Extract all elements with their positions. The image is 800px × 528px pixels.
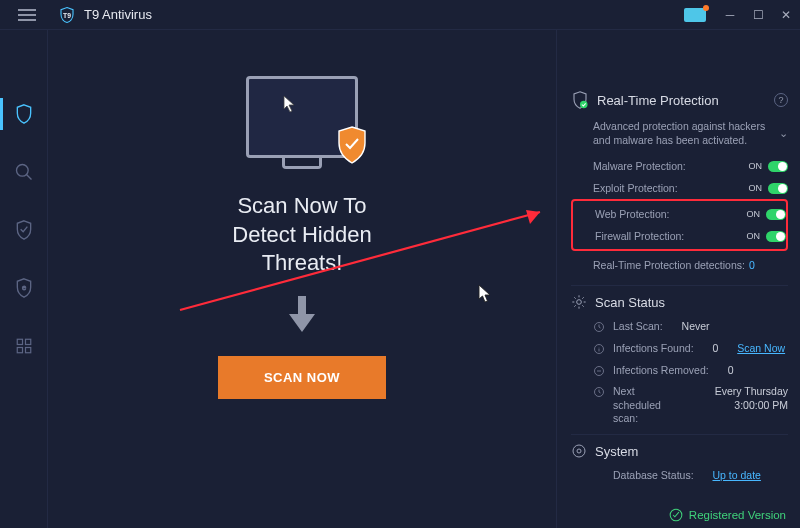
scan-status-title: Scan Status <box>595 295 788 310</box>
scan-now-link[interactable]: Scan Now <box>737 342 785 356</box>
system-section-header: System <box>571 443 788 459</box>
rtp-title: Real-Time Protection <box>597 93 766 108</box>
divider <box>571 434 788 435</box>
exploit-protection-toggle[interactable] <box>768 183 788 194</box>
app-logo-icon: T9 <box>58 6 76 24</box>
minimize-button[interactable]: ─ <box>716 0 744 30</box>
web-protection-state: ON <box>747 209 761 219</box>
infections-found-value: 0 <box>712 342 718 356</box>
firewall-protection-state: ON <box>747 231 761 241</box>
content-area: Scan Now To Detect Hidden Threats! SCAN … <box>48 30 800 528</box>
database-status-link[interactable]: Up to date <box>712 469 760 483</box>
svg-point-4 <box>16 165 28 177</box>
maximize-button[interactable]: ☐ <box>744 0 772 30</box>
rtp-section-header: Real-Time Protection ? <box>571 90 788 110</box>
monitor-illustration <box>246 76 358 158</box>
divider <box>571 285 788 286</box>
cursor-icon <box>283 95 297 113</box>
firewall-protection-toggle[interactable] <box>766 231 786 242</box>
svg-rect-10 <box>25 348 30 353</box>
svg-rect-7 <box>17 339 22 344</box>
malware-protection-state: ON <box>749 161 763 171</box>
next-scan-label: Next scheduled scan: <box>613 385 681 426</box>
malware-protection-toggle[interactable] <box>768 161 788 172</box>
next-scan-value: Every Thursday 3:00:00 PM <box>700 385 788 412</box>
infections-removed-row: Infections Removed: 0 <box>571 360 788 382</box>
sidebar-item-home[interactable] <box>0 98 48 130</box>
svg-point-20 <box>573 445 585 457</box>
web-protection-label: Web Protection: <box>595 208 670 220</box>
exploit-protection-row: Exploit Protection: ON <box>571 177 788 199</box>
malware-protection-label: Malware Protection: <box>593 160 686 172</box>
exploit-protection-label: Exploit Protection: <box>593 182 678 194</box>
rtp-description: Advanced protection against hackers and … <box>593 120 773 147</box>
svg-text:T9: T9 <box>63 12 71 19</box>
database-status-row: Database Status: Up to date <box>571 465 788 487</box>
chevron-down-icon: ⌄ <box>779 127 788 141</box>
main-heading: Scan Now To Detect Hidden Threats! <box>232 192 371 278</box>
last-scan-row: Last Scan: Never <box>571 316 788 338</box>
database-status-label: Database Status: <box>613 469 694 483</box>
rtp-description-row[interactable]: Advanced protection against hackers and … <box>593 120 788 147</box>
sidebar-item-search[interactable] <box>0 156 48 188</box>
footer-status: Registered Version <box>669 508 786 522</box>
clock-icon <box>593 321 605 333</box>
firewall-protection-label: Firewall Protection: <box>595 230 684 242</box>
sidebar-item-tools[interactable] <box>0 330 48 362</box>
down-arrow-icon <box>285 294 319 334</box>
last-scan-label: Last Scan: <box>613 320 663 334</box>
scan-now-button[interactable]: SCAN NOW <box>218 356 386 399</box>
exploit-protection-state: ON <box>749 183 763 193</box>
app-title: T9 Antivirus <box>84 7 152 22</box>
svg-line-5 <box>26 175 31 180</box>
promo-badge-icon[interactable] <box>684 8 706 22</box>
close-button[interactable]: ✕ <box>772 0 800 30</box>
svg-rect-9 <box>17 348 22 353</box>
system-icon <box>571 443 587 459</box>
heading-line-1: Scan Now To <box>237 193 366 218</box>
shield-check-icon <box>571 90 589 110</box>
center-panel: Scan Now To Detect Hidden Threats! SCAN … <box>48 30 556 528</box>
sidebar-item-privacy[interactable]: e <box>0 272 48 304</box>
window-controls: ─ ☐ ✕ <box>684 0 800 30</box>
web-protection-row: Web Protection: ON <box>573 203 786 225</box>
minus-circle-icon <box>593 365 605 377</box>
calendar-clock-icon <box>593 386 605 398</box>
highlighted-rows-annotation: Web Protection: ON Firewall Protection: … <box>571 199 788 251</box>
rtp-detections-row: Real-Time Protection detections: 0 <box>593 259 788 271</box>
scan-status-section-header: Scan Status <box>571 294 788 310</box>
svg-point-11 <box>580 101 588 109</box>
infections-found-label: Infections Found: <box>613 342 694 356</box>
heading-line-3: Threats! <box>262 250 343 275</box>
rtp-help-button[interactable]: ? <box>774 93 788 107</box>
title-bar: T9 T9 Antivirus ─ ☐ ✕ <box>0 0 800 30</box>
info-icon <box>593 343 605 355</box>
next-scan-row: Next scheduled scan: Every Thursday 3:00… <box>571 381 788 430</box>
heading-line-2: Detect Hidden <box>232 222 371 247</box>
svg-rect-8 <box>25 339 30 344</box>
rtp-detections-label: Real-Time Protection detections: <box>593 259 745 271</box>
last-scan-value: Never <box>682 320 710 334</box>
svg-point-12 <box>577 300 582 305</box>
malware-protection-row: Malware Protection: ON <box>571 155 788 177</box>
registered-version-label: Registered Version <box>689 509 786 521</box>
rtp-detections-count: 0 <box>749 259 755 271</box>
firewall-protection-row: Firewall Protection: ON <box>573 225 786 247</box>
right-panel: Real-Time Protection ? Advanced protecti… <box>556 30 800 528</box>
system-title: System <box>595 444 788 459</box>
sidebar: e <box>0 30 48 528</box>
hamburger-menu-button[interactable] <box>6 0 48 30</box>
gear-icon <box>571 294 587 310</box>
check-circle-icon <box>669 508 683 522</box>
shield-illustration-icon <box>335 125 369 165</box>
infections-removed-label: Infections Removed: <box>613 364 709 378</box>
infections-removed-value: 0 <box>728 364 734 378</box>
web-protection-toggle[interactable] <box>766 209 786 220</box>
svg-text:e: e <box>21 284 25 293</box>
app-window: T9 T9 Antivirus ─ ☐ ✕ e <box>0 0 800 528</box>
sidebar-item-protection[interactable] <box>0 214 48 246</box>
infections-found-row: Infections Found: 0 Scan Now <box>571 338 788 360</box>
svg-point-21 <box>577 449 581 453</box>
